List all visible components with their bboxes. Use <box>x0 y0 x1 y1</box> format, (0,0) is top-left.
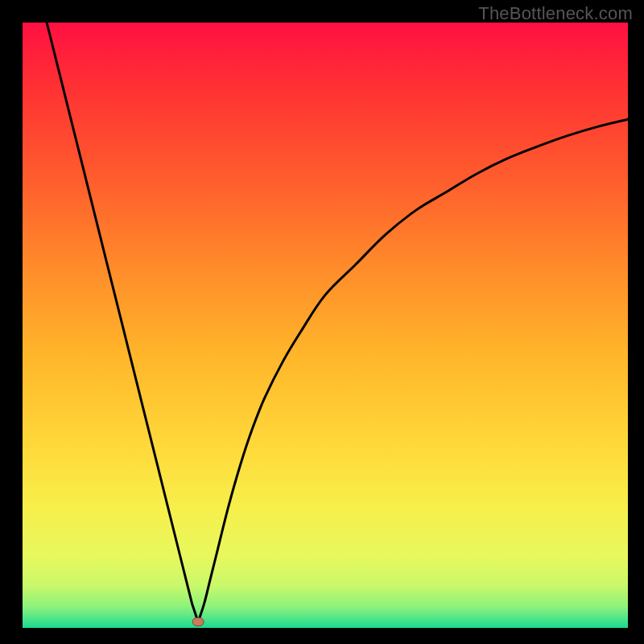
chart-frame: TheBottleneck.com <box>0 0 644 644</box>
plot-area <box>23 23 628 628</box>
bottleneck-chart <box>23 23 628 628</box>
optimum-marker <box>192 617 204 625</box>
watermark-label: TheBottleneck.com <box>478 3 633 24</box>
gradient-background <box>23 23 628 628</box>
